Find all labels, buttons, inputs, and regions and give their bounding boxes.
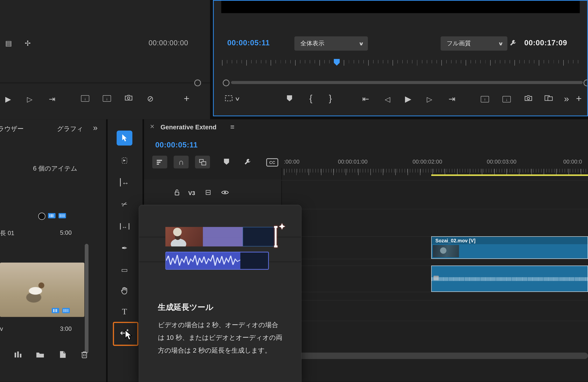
project-item-duration: 3:00 bbox=[60, 326, 72, 332]
program-current-timecode[interactable]: 00:00:05:11 bbox=[227, 39, 270, 47]
project-item-thumbnail[interactable] bbox=[0, 179, 75, 221]
export-frame-camera-icon[interactable] bbox=[524, 95, 532, 101]
source-zoom-track[interactable] bbox=[0, 83, 210, 83]
extract-icon[interactable]: ↓ bbox=[503, 96, 511, 103]
linked-selection-icon bbox=[199, 159, 206, 165]
rectangle-tool[interactable]: ▭ bbox=[118, 264, 131, 276]
new-bin-folder-icon[interactable] bbox=[36, 351, 44, 358]
tooltip-video-extendable bbox=[203, 227, 242, 246]
audio-waveform bbox=[432, 277, 588, 281]
tooltip-audio-extension bbox=[240, 253, 268, 269]
program-ruler-major bbox=[222, 60, 579, 66]
sync-lock-icon[interactable]: ⊟ bbox=[205, 189, 211, 196]
audio-usage-badge-icon[interactable] bbox=[59, 213, 66, 218]
project-item-label[interactable]: v bbox=[0, 326, 3, 332]
go-to-out-icon[interactable]: ⇥ bbox=[449, 95, 456, 103]
quality-value: フル画質 bbox=[447, 40, 471, 47]
add-marker-icon[interactable] bbox=[224, 159, 229, 165]
track-select-forward-tool[interactable]: ▸ bbox=[118, 155, 131, 166]
ripple-edit-tool[interactable]: ↔ bbox=[118, 177, 131, 188]
source-timecode[interactable]: 00:00:00:00 bbox=[131, 39, 188, 47]
tab-media-browser[interactable]: ラウザー bbox=[0, 125, 24, 133]
source-zoom-knob[interactable] bbox=[194, 80, 201, 86]
lift-icon[interactable]: ↑ bbox=[481, 96, 489, 103]
nest-insert-toggle[interactable] bbox=[152, 156, 167, 169]
play-icon[interactable]: ▶ bbox=[405, 95, 411, 103]
new-item-icon[interactable] bbox=[59, 351, 66, 358]
program-scroll-left-knob[interactable] bbox=[223, 80, 230, 86]
razor-tool[interactable]: ✂ bbox=[118, 198, 131, 210]
insert-arrow: ↓ bbox=[84, 96, 86, 101]
play-icon[interactable]: ▶ bbox=[5, 95, 11, 103]
step-forward-icon[interactable]: ▷ bbox=[427, 96, 432, 103]
panel-menu-icon[interactable]: ≡ bbox=[230, 123, 234, 131]
ruler-label: 00:00:03:00 bbox=[487, 158, 516, 165]
go-to-in-icon[interactable]: ⇤ bbox=[362, 95, 369, 103]
project-item-duration: 5:00 bbox=[60, 230, 72, 236]
disabled-clip-icon[interactable]: ⊘ bbox=[147, 95, 154, 103]
track-visibility-eye-icon[interactable] bbox=[221, 190, 229, 195]
export-frame-camera-icon[interactable] bbox=[125, 95, 133, 101]
ruler-label: 00:00:01:00 bbox=[338, 158, 368, 165]
button-editor-plus-icon[interactable]: + bbox=[576, 93, 582, 103]
add-marker-icon[interactable] bbox=[287, 95, 292, 101]
markers-icon[interactable]: ✢ bbox=[25, 40, 30, 47]
comparison-view-icon[interactable] bbox=[545, 95, 553, 101]
settings-chevron-icon[interactable]: ∨ bbox=[234, 96, 240, 101]
project-scrollbar[interactable] bbox=[85, 244, 88, 353]
video-usage-badge-icon[interactable] bbox=[52, 308, 59, 313]
linked-selection-toggle[interactable] bbox=[195, 156, 210, 169]
close-panel-icon[interactable]: × bbox=[150, 122, 154, 131]
program-video-area bbox=[221, 1, 580, 13]
settings-wrench-icon[interactable] bbox=[509, 39, 517, 47]
mark-in-icon[interactable]: { bbox=[309, 94, 312, 103]
timeline-scrollbar[interactable] bbox=[283, 353, 588, 359]
safe-margins-icon[interactable] bbox=[225, 95, 232, 101]
captions-cc-badge[interactable]: CC bbox=[266, 158, 278, 167]
program-scroll-right-knob[interactable] bbox=[584, 80, 588, 86]
button-editor-plus-icon[interactable]: + bbox=[184, 93, 189, 103]
lane-line bbox=[281, 321, 588, 321]
selection-tool[interactable] bbox=[117, 130, 132, 146]
timeline-settings-wrench-icon[interactable] bbox=[244, 158, 252, 166]
track-label-v3[interactable]: V3 bbox=[188, 190, 195, 196]
tab-overflow-icon[interactable]: » bbox=[93, 124, 98, 132]
track-lock-icon[interactable] bbox=[174, 189, 180, 196]
premiere-pro-app: ▤ ✢ 00:00:00:00 ▶ ▷ ⇥ ↓ ↓ ⊘ + 00:00:05:1… bbox=[0, 0, 588, 382]
extend-handle-icon bbox=[270, 222, 288, 250]
video-clip-sozai02[interactable]: Sozai_02.mov [V] bbox=[431, 236, 588, 259]
slip-tool[interactable]: ↔ bbox=[118, 221, 131, 232]
tab-graphics[interactable]: グラフィ bbox=[57, 125, 83, 133]
clip-name: Sozai_02.mov [V] bbox=[435, 238, 475, 244]
project-item-label[interactable]: 長 01 bbox=[0, 230, 14, 237]
playback-quality-dropdown[interactable]: フル画質 ∨ bbox=[441, 36, 507, 51]
project-item-thumbnail[interactable] bbox=[0, 263, 84, 317]
pen-tool[interactable]: ✒ bbox=[118, 242, 131, 254]
video-usage-badge-icon[interactable] bbox=[48, 213, 56, 218]
snap-toggle[interactable]: ∩ bbox=[174, 156, 189, 169]
go-to-next-edit-icon[interactable]: ⇥ bbox=[49, 95, 55, 103]
audio-usage-badge-icon[interactable] bbox=[62, 308, 70, 313]
tooltip-audio-clip bbox=[165, 252, 269, 270]
play-in-out-icon[interactable]: ▷ bbox=[27, 96, 32, 103]
tab-generative-extend[interactable]: Generative Extend bbox=[160, 124, 216, 131]
tooltip-video-clip bbox=[165, 227, 276, 246]
tooltip-illustration bbox=[139, 205, 301, 286]
audio-clip-sozai02[interactable] bbox=[431, 265, 588, 292]
pen-icon: ✒ bbox=[122, 244, 127, 252]
track-select-icon: ▸ bbox=[122, 158, 127, 164]
more-buttons-icon[interactable]: » bbox=[564, 94, 569, 103]
type-tool[interactable]: T bbox=[118, 306, 131, 318]
lane-line bbox=[281, 292, 588, 292]
list-view-icon[interactable] bbox=[14, 351, 22, 358]
program-scrollbar[interactable] bbox=[231, 81, 583, 84]
timeline-timecode[interactable]: 00:00:05:11 bbox=[155, 141, 198, 149]
overwrite-icon[interactable]: ↓ bbox=[103, 95, 111, 102]
panel-menu-grid-icon[interactable]: ▤ bbox=[5, 40, 12, 47]
zoom-level-dropdown[interactable]: 全体表示 ∨ bbox=[294, 36, 368, 51]
trash-icon[interactable] bbox=[81, 351, 88, 358]
mark-out-icon[interactable]: } bbox=[329, 94, 332, 103]
insert-icon[interactable]: ↓ bbox=[81, 95, 89, 102]
hand-tool[interactable] bbox=[118, 285, 131, 297]
step-back-icon[interactable]: ◁ bbox=[385, 96, 390, 103]
